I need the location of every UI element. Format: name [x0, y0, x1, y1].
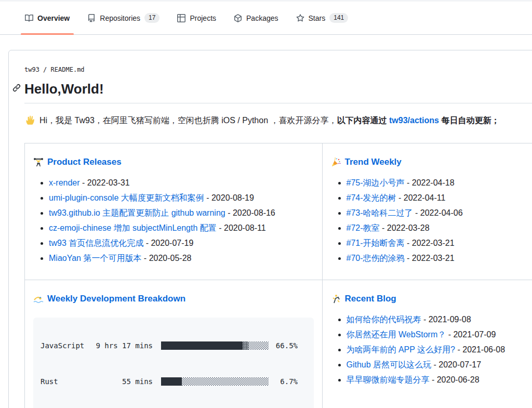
breakdown-row: JavaScript 9 hrs 17 mins 66.5%	[41, 340, 307, 351]
item-link[interactable]: #71-开始断舍离	[347, 239, 405, 247]
stars-count-badge: 141	[329, 13, 348, 23]
item-date: - 2021-09-08	[421, 315, 471, 324]
item-link[interactable]: MiaoYan 第一个可用版本	[49, 254, 141, 262]
list-item: #70-悲伤的涂鸦 - 2022-03-21	[347, 253, 532, 264]
list-item: MiaoYan 第一个可用版本 - 2020-05-28	[49, 253, 314, 264]
item-link[interactable]: x-render	[49, 178, 80, 187]
breakdown-percent: 66.5%	[269, 341, 298, 350]
star-icon	[296, 14, 304, 22]
breakdown-time: 9 hrs 17 mins	[95, 341, 153, 350]
list-item: #75-湖边小号声 - 2022-04-18	[347, 178, 532, 188]
tab-packages[interactable]: Packages	[227, 2, 285, 34]
section-title: Weekly Development Breakdown	[33, 294, 314, 304]
bar-fill	[161, 341, 243, 350]
section-title-link[interactable]: Recent Blog	[345, 294, 396, 304]
wave-emoji-icon	[24, 114, 36, 130]
list-item: cz-emoji-chinese 增加 subjectMinLength 配置 …	[49, 223, 314, 233]
intro-bold-tail: 每日自动更新；	[439, 116, 499, 125]
item-date: - 2022-04-11	[396, 193, 446, 202]
weekly-breakdown-chart: JavaScript 9 hrs 17 mins 66.5% Rust 55 m…	[33, 318, 314, 408]
item-date: - 2021-07-09	[446, 330, 496, 339]
tab-stars-label: Stars	[309, 14, 326, 22]
list-item: 早早聊微前端专题分享 - 2020-06-28	[347, 375, 532, 385]
section-product-releases: Product Releases x-render - 2022-03-31 u…	[25, 143, 323, 280]
item-link[interactable]: umi-plugin-console 大幅度更新文档和案例	[49, 193, 204, 202]
list-item: x-render - 2022-03-31	[49, 178, 314, 188]
item-link[interactable]: #70-悲伤的涂鸦	[347, 254, 405, 262]
intro-bold-text: 以下内容通过	[337, 116, 389, 125]
readme-heading-row: Hello,World!	[24, 81, 532, 103]
repositories-count-badge: 17	[144, 13, 159, 23]
tab-repositories-label: Repositories	[100, 14, 140, 22]
intro-text: Hi，我是 Tw93，在阿里飞猪写前端，空闲也折腾 iOS / Python ，…	[39, 116, 337, 125]
profile-tab-nav: Overview Repositories 17 Projects Packag…	[0, 2, 532, 35]
item-date: - 2022-04-18	[405, 178, 455, 187]
item-date: - 2020-05-28	[141, 254, 191, 262]
readme-card: tw93 / README.md Hello,World! Hi，我是 Tw93…	[8, 50, 532, 408]
list-item: tw93 首页信息流优化完成 - 2020-07-19	[49, 238, 314, 248]
item-link[interactable]: #72-教室	[347, 223, 380, 232]
tab-packages-label: Packages	[246, 14, 278, 22]
list-item: #74-发光的树 - 2022-04-11	[347, 193, 532, 203]
breakdown-language: Rust	[41, 377, 95, 386]
section-title-link[interactable]: Trend Weekly	[345, 157, 402, 167]
repo-icon	[87, 14, 96, 22]
item-date: - 2020-08-11	[217, 223, 266, 232]
trend-weekly-list: #75-湖边小号声 - 2022-04-18 #74-发光的树 - 2022-0…	[331, 178, 532, 264]
section-title-link[interactable]: Product Releases	[47, 157, 122, 167]
intro-bold: 以下内容通过 tw93/actions 每日自动更新；	[337, 116, 500, 125]
breakdown-bar	[161, 341, 269, 350]
intro-paragraph: Hi，我是 Tw93，在阿里飞猪写前端，空闲也折腾 iOS / Python ，…	[24, 114, 532, 130]
profile-main: tw93 / README.md Hello,World! Hi，我是 Tw93…	[0, 35, 532, 408]
item-link[interactable]: 如何给你的代码祝寿	[347, 315, 421, 324]
tab-overview[interactable]: Overview	[18, 2, 77, 34]
project-icon	[177, 14, 185, 22]
tab-stars[interactable]: Stars 141	[289, 2, 356, 34]
readme-path[interactable]: tw93 / README.md	[24, 66, 532, 73]
list-item: 为啥两年前的 APP 这么好用? - 2021-06-08	[347, 345, 532, 355]
item-link[interactable]: 早早聊微前端专题分享	[347, 375, 430, 384]
book-icon	[25, 14, 33, 22]
breakdown-time: 55 mins	[95, 377, 153, 386]
item-date: - 2020-08-19	[204, 193, 254, 202]
bar-partial	[243, 341, 248, 350]
item-link[interactable]: #74-发光的树	[347, 193, 396, 202]
section-title: Recent Blog	[331, 294, 532, 304]
weightlifter-emoji-icon	[33, 157, 44, 167]
actions-link[interactable]: tw93/actions	[389, 116, 439, 125]
section-recent-blog: Recent Blog 如何给你的代码祝寿 - 2021-09-08 你居然还在…	[322, 280, 532, 408]
item-link[interactable]: Github 居然可以这么玩	[347, 360, 432, 369]
item-link[interactable]: tw93 首页信息流优化完成	[49, 239, 143, 247]
anchor-link-icon[interactable]	[12, 84, 21, 92]
item-date: - 2022-04-06	[413, 208, 463, 217]
breakdown-bar	[161, 377, 269, 386]
tab-projects[interactable]: Projects	[170, 2, 223, 34]
readme-sections-table: Product Releases x-render - 2022-03-31 u…	[24, 143, 532, 408]
swimmer-emoji-icon	[33, 294, 44, 304]
breakdown-language: JavaScript	[41, 341, 95, 350]
party-popper-emoji-icon	[331, 157, 341, 167]
item-date: - 2020-07-17	[431, 360, 481, 369]
list-item: #73-哈哈科二过了 - 2022-04-06	[347, 208, 532, 218]
item-link[interactable]: #75-湖边小号声	[347, 178, 405, 187]
list-item: 如何给你的代码祝寿 - 2021-09-08	[347, 314, 532, 325]
item-link[interactable]: #73-哈哈科二过了	[347, 208, 413, 217]
item-link[interactable]: tw93.github.io 主题配置更新防止 github warning	[49, 208, 225, 217]
bar-fill	[161, 377, 182, 386]
breakdown-row: Rust 55 mins 6.7%	[41, 376, 307, 387]
list-item: 你居然还在用 WebStorm？ - 2021-07-09	[347, 330, 532, 340]
tab-repositories[interactable]: Repositories 17	[80, 2, 167, 34]
recent-blog-list: 如何给你的代码祝寿 - 2021-09-08 你居然还在用 WebStorm？ …	[331, 314, 532, 385]
item-date: - 2020-08-16	[225, 208, 275, 217]
product-releases-list: x-render - 2022-03-31 umi-plugin-console…	[33, 178, 314, 264]
item-date: - 2021-06-08	[455, 345, 505, 354]
item-date: - 2022-03-21	[405, 239, 455, 247]
breakdown-percent: 6.7%	[269, 377, 298, 386]
item-date: - 2020-06-28	[430, 375, 480, 384]
item-link[interactable]: 你居然还在用 WebStorm？	[347, 330, 446, 339]
item-link[interactable]: 为啥两年前的 APP 这么好用?	[347, 345, 456, 354]
item-link[interactable]: cz-emoji-chinese 增加 subjectMinLength 配置	[49, 223, 217, 232]
section-title-link[interactable]: Weekly Development Breakdown	[47, 294, 185, 304]
list-item: #72-教室 - 2022-03-28	[347, 223, 532, 233]
list-item: #71-开始断舍离 - 2022-03-21	[347, 238, 532, 248]
